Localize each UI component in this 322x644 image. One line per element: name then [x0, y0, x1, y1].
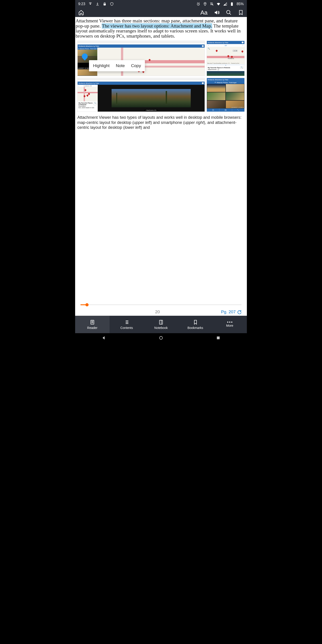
menu-note[interactable]: Note — [116, 63, 125, 68]
counter: 1/6 — [224, 45, 227, 46]
signal-icon — [223, 2, 227, 6]
status-time: 9:23 — [78, 2, 85, 6]
reader-icon — [90, 320, 95, 325]
info-icon: i — [202, 45, 204, 47]
font-size-button[interactable]: Aa — [200, 9, 208, 16]
menu-copy[interactable]: Copy — [131, 63, 141, 68]
info-icon: i — [242, 42, 244, 44]
status-bar: 9:23 85% — [75, 0, 247, 8]
slider-thumb[interactable] — [86, 303, 88, 306]
lock-icon — [103, 2, 107, 6]
search-icon[interactable] — [226, 10, 232, 16]
nav-reader[interactable]: Reader — [75, 316, 110, 333]
prev-arrow: ‹ — [208, 45, 209, 46]
progress-slider[interactable] — [80, 302, 242, 307]
next-arrow: › — [242, 45, 243, 46]
home-icon[interactable] — [78, 10, 84, 16]
menu-highlight[interactable]: Highlight — [93, 63, 110, 68]
nav-contents[interactable]: Contents — [110, 316, 144, 333]
bookmark-icon[interactable] — [238, 10, 244, 16]
recents-button[interactable] — [216, 336, 220, 341]
shield-icon — [110, 2, 114, 6]
app-title: Redlands Attractions by Peter — [78, 46, 99, 47]
footer-expand-icon — [232, 108, 244, 112]
contents-icon — [124, 320, 129, 325]
android-nav-bar — [75, 333, 247, 344]
svg-point-0 — [90, 4, 91, 5]
footer-image-icon — [219, 108, 232, 112]
hotspot-icon — [88, 2, 92, 6]
bookmarks-icon — [193, 320, 198, 325]
reading-text[interactable]: Attachment Viewer has three main section… — [75, 17, 247, 38]
figure-upper-right: Redlands Attractions by Peter i ‹ 1/6 › … — [206, 41, 245, 76]
figure-lower-left: Redlands Attractions by Peter i ‹Locatio… — [77, 78, 205, 112]
bottom-nav: Reader Contents Notebook Bookmarks More — [75, 316, 247, 333]
reader-content[interactable]: Attachment Viewer has three main section… — [75, 17, 247, 299]
text-selection-menu: Highlight Note Copy — [89, 60, 145, 71]
location-icon — [203, 2, 207, 6]
nav-notebook[interactable]: Notebook — [144, 316, 178, 333]
app-header: Aa — [75, 8, 247, 17]
progress-percent: 20 — [94, 310, 221, 314]
alarm-icon — [196, 2, 200, 6]
notebook-icon — [158, 320, 164, 325]
wifi-icon — [216, 2, 220, 6]
footer-info-icon — [207, 108, 219, 112]
svg-point-3 — [204, 3, 206, 4]
svg-point-6 — [226, 10, 230, 14]
svg-point-11 — [160, 336, 162, 339]
back-button[interactable] — [102, 336, 106, 341]
figure-lower-right: Redlands Attractions by Peter ⟳Relands P… — [206, 78, 245, 112]
mute-icon — [210, 2, 214, 6]
battery-percent: 85% — [236, 2, 244, 6]
selected-text[interactable]: The viewer has two layout options: Attac… — [102, 23, 212, 28]
svg-rect-4 — [231, 3, 233, 6]
download-icon — [96, 2, 100, 6]
nav-bookmarks[interactable]: Bookmarks — [178, 316, 213, 333]
figure-grid: Redlands Attractions by Peter i ⟳Relands… — [77, 41, 245, 112]
svg-rect-12 — [217, 336, 220, 339]
progress-area: 20 Pg. 207 — [75, 299, 247, 316]
page-indicator[interactable]: Pg. 207 — [221, 310, 242, 314]
home-button[interactable] — [159, 336, 163, 341]
svg-rect-1 — [104, 4, 106, 6]
redo-icon[interactable] — [237, 310, 242, 314]
more-icon — [227, 322, 232, 323]
svg-rect-5 — [232, 2, 232, 3]
battery-icon — [230, 2, 234, 6]
speaker-icon[interactable] — [214, 10, 220, 16]
nav-more[interactable]: More — [212, 316, 247, 333]
figure-caption: Attachment Viewer has two types of layou… — [77, 115, 245, 130]
